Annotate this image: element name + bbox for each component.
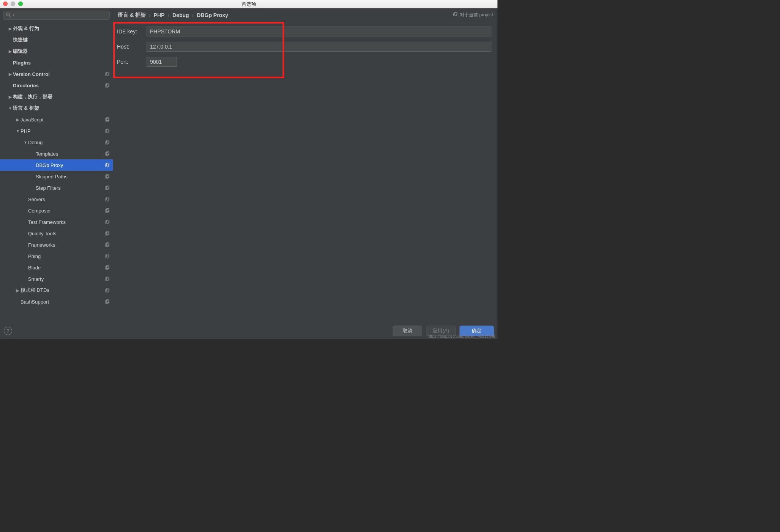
- copy-icon: [104, 71, 110, 77]
- dialog-footer: ? 取消 应用(A) 确定: [0, 322, 497, 339]
- svg-rect-23: [106, 209, 109, 212]
- chevron-right-icon: ▶: [8, 49, 13, 54]
- copy-icon: [104, 174, 110, 179]
- breadcrumb-sep: ›: [149, 12, 151, 18]
- sidebar-item-label: Step Filters: [36, 185, 104, 191]
- sidebar-item-label: Debug: [28, 140, 104, 145]
- sidebar-item-label: 构建，执行，部署: [13, 93, 110, 100]
- chevron-right-icon: ▶: [8, 72, 13, 76]
- copy-icon: [104, 288, 110, 293]
- svg-rect-2: [106, 73, 108, 76]
- scope-label: 对于当前 project: [452, 12, 493, 18]
- chevron-right-icon: ▶: [15, 288, 21, 293]
- svg-rect-22: [106, 209, 108, 212]
- breadcrumb-seg[interactable]: 语言 & 框架: [118, 12, 146, 19]
- breadcrumb-seg[interactable]: Debug: [172, 12, 189, 18]
- sidebar-item-label: Smarty: [28, 276, 104, 282]
- sidebar-item[interactable]: BashSupport: [0, 296, 113, 307]
- copy-icon: [104, 276, 110, 282]
- zoom-window-button[interactable]: [18, 2, 23, 6]
- sidebar-item-label: Composer: [28, 208, 104, 214]
- svg-rect-15: [106, 163, 109, 166]
- port-input[interactable]: [147, 57, 177, 67]
- svg-point-0: [6, 13, 9, 16]
- copy-icon: [104, 265, 110, 270]
- chevron-down-icon: ▼: [23, 140, 28, 145]
- svg-rect-32: [106, 266, 108, 269]
- sidebar-item[interactable]: Templates: [0, 148, 113, 159]
- sidebar-item[interactable]: Test Frameworks: [0, 216, 113, 228]
- sidebar-item[interactable]: Quality Tools: [0, 228, 113, 239]
- sidebar-item[interactable]: ▶编辑器: [0, 46, 113, 57]
- apply-button[interactable]: 应用(A): [426, 326, 456, 336]
- svg-line-1: [9, 16, 11, 17]
- svg-rect-18: [106, 187, 108, 190]
- svg-rect-35: [106, 277, 109, 280]
- sidebar-item[interactable]: ▶构建，执行，部署: [0, 91, 113, 102]
- close-window-button[interactable]: [3, 2, 8, 6]
- breadcrumb: 语言 & 框架 › PHP › Debug › DBGp Proxy 对于当前 …: [113, 8, 497, 22]
- sidebar-item[interactable]: ▶模式和 DTDs: [0, 285, 113, 296]
- sidebar-item-label: Test Frameworks: [28, 219, 104, 225]
- copy-icon: [104, 299, 110, 304]
- sidebar-item[interactable]: Composer: [0, 205, 113, 216]
- svg-rect-36: [106, 289, 108, 292]
- chevron-right-icon: ▶: [8, 95, 13, 99]
- chevron-down-icon: ▾: [13, 13, 14, 17]
- svg-rect-19: [106, 186, 109, 189]
- breadcrumb-sep: ›: [192, 12, 194, 18]
- sidebar-item[interactable]: Plugins: [0, 57, 113, 68]
- sidebar-item[interactable]: ▼语言 & 框架: [0, 102, 113, 114]
- sidebar-item[interactable]: Servers: [0, 194, 113, 205]
- form-row-host: Host:: [117, 42, 494, 52]
- sidebar-item[interactable]: Phing: [0, 250, 113, 262]
- sidebar-item[interactable]: ▼Debug: [0, 137, 113, 148]
- sidebar-item-label: Servers: [28, 197, 104, 202]
- sidebar-item-label: JavaScript: [21, 117, 104, 123]
- sidebar-item[interactable]: Smarty: [0, 273, 113, 285]
- svg-rect-28: [106, 244, 108, 247]
- host-input[interactable]: [147, 42, 491, 52]
- sidebar-item[interactable]: Blade: [0, 262, 113, 273]
- svg-rect-11: [106, 140, 109, 143]
- svg-rect-10: [106, 141, 108, 144]
- sidebar-item[interactable]: ▶Version Control: [0, 68, 113, 80]
- svg-rect-39: [106, 300, 109, 303]
- breadcrumb-seg[interactable]: DBGp Proxy: [197, 12, 228, 18]
- sidebar-item[interactable]: ▶JavaScript: [0, 114, 113, 125]
- sidebar-item[interactable]: Frameworks: [0, 239, 113, 250]
- window-title: 首选项: [242, 1, 256, 8]
- copy-icon: [104, 151, 110, 156]
- svg-rect-38: [106, 301, 108, 304]
- sidebar-item[interactable]: DBGp Proxy: [0, 159, 113, 171]
- sidebar-item-label: Quality Tools: [28, 231, 104, 236]
- sidebar-item[interactable]: ▼PHP: [0, 125, 113, 137]
- settings-search-input[interactable]: ▾: [3, 11, 110, 20]
- svg-rect-27: [106, 231, 109, 235]
- form-row-port: Port:: [117, 57, 494, 67]
- sidebar-item[interactable]: ▶外观 & 行为: [0, 23, 113, 34]
- sidebar-item-label: Templates: [36, 151, 104, 157]
- sidebar-item[interactable]: 快捷键: [0, 34, 113, 46]
- sidebar-item-label: Version Control: [13, 71, 104, 77]
- copy-icon: [452, 12, 458, 18]
- minimize-window-button[interactable]: [11, 2, 15, 6]
- cancel-button[interactable]: 取消: [393, 326, 422, 336]
- sidebar-item-label: Frameworks: [28, 242, 104, 248]
- copy-icon: [104, 185, 110, 190]
- sidebar-item[interactable]: Skipped Paths: [0, 171, 113, 182]
- copy-icon: [104, 208, 110, 213]
- sidebar-item[interactable]: Step Filters: [0, 182, 113, 194]
- ok-button[interactable]: 确定: [459, 326, 494, 336]
- svg-rect-4: [106, 84, 108, 87]
- host-label: Host:: [117, 44, 147, 50]
- form-row-ide-key: IDE key:: [117, 27, 494, 36]
- sidebar-item[interactable]: Directories: [0, 80, 113, 91]
- ide-key-input[interactable]: [147, 27, 491, 36]
- sidebar-item-label: Plugins: [13, 60, 110, 66]
- sidebar-item-label: 编辑器: [13, 48, 110, 55]
- svg-rect-37: [106, 288, 109, 291]
- help-button[interactable]: ?: [4, 327, 12, 335]
- svg-rect-24: [106, 221, 108, 224]
- breadcrumb-seg[interactable]: PHP: [154, 12, 165, 18]
